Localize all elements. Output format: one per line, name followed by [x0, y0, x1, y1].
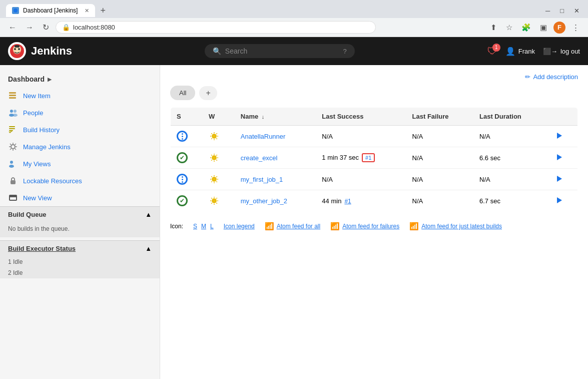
split-screen-icon[interactable]: ▣: [537, 22, 549, 34]
extensions-icon[interactable]: 🧩: [519, 22, 533, 34]
job-name-link[interactable]: my_first_job_1: [241, 176, 283, 183]
atom-feed-failures-label[interactable]: Atom feed for failures: [342, 223, 399, 230]
bookmark-icon[interactable]: ☆: [503, 22, 515, 34]
atom-feed-failures[interactable]: 📶 Atom feed for failures: [330, 222, 399, 231]
browser-toolbar-icons: ⬆ ☆ 🧩 ▣ F ⋮: [488, 22, 582, 34]
manage-jenkins-icon: [8, 142, 18, 152]
refresh-button[interactable]: ↻: [40, 21, 52, 34]
logout-button[interactable]: ⬛→ log out: [543, 48, 580, 55]
job-name-link[interactable]: AnatellaRunner: [241, 133, 286, 140]
build-executor-title: Build Executor Status: [8, 245, 76, 252]
search-bar[interactable]: 🔍 ?: [205, 44, 355, 58]
svg-line-28: [211, 133, 212, 134]
rss-latest-icon: 📶: [409, 222, 419, 231]
last-success-cell: N/A: [316, 126, 406, 147]
menu-icon[interactable]: ⋮: [569, 22, 582, 34]
add-description-button[interactable]: ✏ Add description: [525, 73, 578, 81]
executor-item-2: 2 Idle: [0, 267, 160, 278]
jenkins-title: Jenkins: [31, 45, 72, 58]
back-button[interactable]: ←: [6, 22, 19, 34]
add-description-label: Add description: [533, 73, 578, 81]
build-num-badge[interactable]: #1: [362, 153, 375, 162]
svg-point-16: [11, 145, 15, 149]
jobs-table: S W Name ↓ Last Success Last Failure Las…: [170, 107, 578, 212]
search-input[interactable]: [225, 47, 339, 55]
sidebar-item-new-item[interactable]: New Item: [0, 87, 160, 104]
search-help-icon[interactable]: ?: [343, 48, 347, 55]
content-area: ✏ Add description All + S W Name ↓ Last …: [160, 65, 588, 379]
sidebar-item-new-view[interactable]: New View: [0, 189, 160, 206]
job-name-link[interactable]: create_excel: [241, 154, 278, 162]
size-m-link[interactable]: M: [201, 223, 206, 230]
build-executor-collapse-icon: ▲: [145, 245, 152, 252]
new-tab-button[interactable]: +: [97, 5, 109, 17]
window-controls: ─ □ ✕: [543, 6, 582, 16]
atom-feed-latest-label[interactable]: Atom feed for just latest builds: [421, 223, 502, 230]
build-queue-header[interactable]: Build Queue ▲: [0, 207, 160, 222]
size-s-link[interactable]: S: [193, 223, 197, 230]
forward-button[interactable]: →: [23, 22, 36, 34]
job-name-link[interactable]: my_other_job_2: [241, 197, 287, 205]
weather-cell: [203, 169, 235, 190]
build-num-link[interactable]: #1: [344, 198, 351, 205]
lock-icon: 🔒: [62, 24, 70, 31]
status-notbuilt-icon: [177, 174, 188, 185]
col-header-s: S: [171, 108, 203, 126]
build-executor-section: Build Executor Status ▲ 1 Idle 2 Idle: [0, 240, 160, 278]
run-cell: [548, 169, 578, 190]
icon-legend-link[interactable]: Icon legend: [224, 223, 255, 230]
dashboard-section-header[interactable]: Dashboard ▶: [0, 71, 160, 87]
run-cell: [548, 147, 578, 169]
col-header-last-failure: Last Failure: [406, 108, 473, 126]
svg-rect-13: [9, 126, 15, 127]
profile-badge[interactable]: F: [553, 22, 565, 34]
lockable-resources-icon: [8, 176, 18, 186]
sidebar-item-lockable-resources[interactable]: Lockable Resources: [0, 172, 160, 189]
name-cell: my_other_job_2: [235, 190, 316, 212]
table-header-row: S W Name ↓ Last Success Last Failure Las…: [171, 108, 578, 126]
close-window-icon[interactable]: ✕: [571, 6, 582, 16]
build-executor-header[interactable]: Build Executor Status ▲: [0, 241, 160, 256]
last-duration-text: N/A: [479, 133, 490, 140]
tab-all[interactable]: All: [170, 86, 195, 100]
svg-line-40: [216, 160, 217, 160]
atom-feed-all[interactable]: 📶 Atom feed for all: [265, 222, 320, 231]
last-duration-text: 6.7 sec: [479, 197, 500, 205]
search-bar-container: 🔍 ?: [82, 44, 477, 58]
user-info[interactable]: 👤 Frank: [505, 47, 535, 56]
add-description-row: ✏ Add description: [170, 73, 578, 81]
active-tab[interactable]: Dashboard [Jenkins] ✕: [6, 4, 95, 17]
run-button[interactable]: [554, 196, 563, 206]
maximize-icon[interactable]: □: [557, 6, 566, 16]
sidebar-item-manage-jenkins[interactable]: Manage Jenkins: [0, 138, 160, 155]
col-header-last-duration: Last Duration: [473, 108, 548, 126]
address-bar[interactable]: 🔒 localhost:8080: [56, 21, 376, 34]
tab-close-icon[interactable]: ✕: [85, 8, 89, 14]
tab-add-button[interactable]: +: [199, 86, 217, 100]
svg-line-61: [211, 198, 212, 198]
sidebar-item-people[interactable]: People: [0, 104, 160, 121]
status-notbuilt-icon: [177, 131, 188, 142]
svg-marker-43: [557, 154, 562, 160]
size-l-link[interactable]: L: [210, 223, 214, 230]
sidebar-item-build-history[interactable]: Build History: [0, 121, 160, 138]
icon-label: Icon:: [170, 223, 183, 230]
sidebar-item-my-views[interactable]: My Views: [0, 155, 160, 172]
atom-feed-all-label[interactable]: Atom feed for all: [277, 223, 320, 230]
atom-feed-latest[interactable]: 📶 Atom feed for just latest builds: [409, 222, 502, 231]
minimize-icon[interactable]: ─: [543, 6, 552, 16]
run-button[interactable]: [554, 131, 563, 142]
svg-line-39: [211, 155, 212, 155]
browser-chrome: Dashboard [Jenkins] ✕ + ─ □ ✕ ← → ↻ 🔒 lo…: [0, 0, 588, 37]
dashboard-title: Dashboard: [8, 75, 45, 83]
security-badge[interactable]: 🛡 1: [487, 46, 497, 57]
run-button[interactable]: [554, 153, 563, 163]
share-icon[interactable]: ⬆: [488, 22, 499, 34]
jenkins-header: Jenkins 🔍 ? 🛡 1 👤 Frank ⬛→ log out: [0, 37, 588, 65]
svg-point-4: [18, 48, 20, 50]
svg-rect-6: [9, 92, 16, 94]
rss-failures-icon: 📶: [330, 222, 340, 231]
people-label: People: [23, 109, 43, 117]
run-button[interactable]: [554, 174, 563, 185]
logout-label: log out: [560, 48, 580, 55]
